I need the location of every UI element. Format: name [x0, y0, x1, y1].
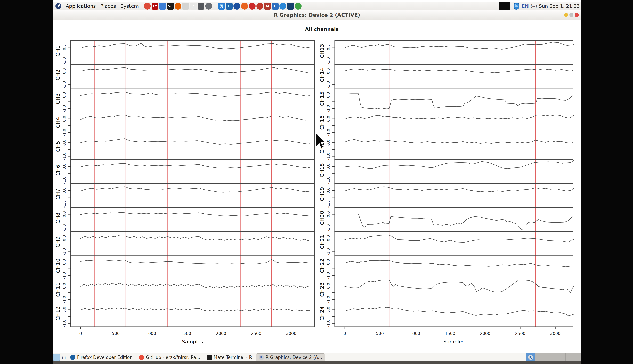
channel-panel-ch13 [335, 40, 573, 64]
pager-cell[interactable] [535, 354, 550, 361]
channel-panel-ch24 [335, 303, 573, 327]
y-tick-label: -1.0 [62, 105, 66, 112]
show-desktop-button[interactable] [53, 354, 60, 361]
signal-trace-ch21 [345, 235, 574, 242]
y-tick-label: 0.0 [326, 307, 331, 313]
channel-label-ch22: CH22 [319, 258, 325, 273]
y-tick-label: 0.0 [62, 44, 66, 50]
task-button[interactable]: RR Graphics: Device 2 (A... [256, 354, 325, 361]
signal-trace-ch24 [345, 307, 574, 316]
y-tick-label: -1.0 [326, 153, 331, 160]
channel-label-ch18: CH18 [319, 163, 325, 177]
y-tick-label: 0.0 [62, 140, 66, 146]
channel-panel-ch8 [71, 208, 314, 231]
y-tick-label: 0.0 [62, 307, 66, 313]
channel-label-ch15: CH15 [319, 92, 325, 106]
y-tick-label: -1.0 [62, 296, 66, 303]
channel-panel-ch17 [335, 136, 573, 160]
task-button[interactable]: Firefox Developer Edition [68, 354, 135, 361]
signal-trace-ch2 [81, 68, 309, 73]
pager-cells [535, 354, 581, 361]
y-tick-label: 0.0 [326, 68, 331, 74]
channel-label-ch3: CH3 [55, 93, 61, 104]
channel-panel-ch1 [71, 40, 314, 64]
signal-trace-ch9 [81, 236, 309, 240]
screen-bottom-edge [53, 362, 581, 364]
r-graphics-canvas: All channels0.0-1.0CH10.0-1.0CH20.0-1.0C… [53, 0, 581, 364]
signal-trace-ch1 [81, 43, 309, 49]
r-task-icon: R [259, 355, 264, 360]
channel-label-ch24: CH24 [319, 306, 325, 320]
y-tick-label: 0.0 [326, 92, 331, 98]
task-label: GitHub - erzk/fnirsr: Pa... [146, 355, 200, 360]
x-tick-label: 500 [112, 331, 120, 336]
y-tick-label: -1.0 [62, 129, 66, 136]
y-tick-label: 0.0 [326, 259, 331, 265]
channel-panel-ch3 [71, 88, 314, 112]
channel-label-ch4: CH4 [55, 117, 61, 128]
desktop-root: { "menubar": { "menus": [ {"label": "App… [0, 0, 633, 364]
y-tick-label: 0.0 [62, 259, 66, 265]
y-tick-label: -1.0 [326, 129, 331, 136]
y-tick-label: 0.0 [62, 92, 66, 98]
pager-active-window-button[interactable]: R [526, 353, 535, 362]
channel-label-ch7: CH7 [55, 189, 61, 200]
signal-trace-ch23 [345, 280, 574, 292]
x-tick-label: 2000 [480, 331, 490, 336]
channel-label-ch16: CH16 [319, 116, 325, 130]
y-tick-label: -1.0 [326, 200, 331, 208]
y-tick-label: -1.0 [62, 176, 66, 184]
signal-trace-ch6 [81, 164, 309, 168]
pager-cell[interactable] [550, 354, 566, 361]
signal-trace-ch10 [81, 260, 309, 264]
channel-panel-ch20 [335, 208, 573, 231]
taskbar: ⋮⋮ Firefox Developer EditionGitHub - erz… [53, 353, 581, 362]
y-tick-label: 0.0 [326, 283, 331, 289]
channel-label-ch13: CH13 [319, 44, 325, 58]
x-tick-label: 1500 [181, 331, 191, 336]
signal-trace-ch12 [81, 308, 309, 311]
channel-label-ch2: CH2 [55, 69, 61, 80]
y-tick-label: 0.0 [62, 211, 66, 217]
y-tick-label: -1.0 [62, 272, 66, 279]
y-tick-label: 0.0 [62, 164, 66, 170]
signal-trace-ch5 [81, 138, 309, 144]
y-tick-label: -1.0 [326, 105, 331, 112]
x-axis-label: Samples [443, 339, 465, 344]
channel-label-ch23: CH23 [319, 282, 325, 297]
y-tick-label: 0.0 [62, 235, 66, 241]
signal-trace-ch15 [345, 94, 574, 109]
channel-panel-ch18 [335, 160, 573, 184]
channel-label-ch11: CH11 [55, 282, 61, 297]
channel-panel-ch7 [71, 184, 314, 208]
taskbar-drag-handle-icon[interactable]: ⋮⋮ [61, 356, 66, 358]
signal-trace-ch14 [345, 69, 574, 73]
x-tick-label: 1000 [410, 331, 420, 336]
task-button[interactable]: ▮Mate Terminal - R [204, 354, 255, 361]
x-tick-label: 2500 [251, 331, 261, 336]
y-tick-label: -1.0 [326, 272, 331, 279]
y-tick-label: -1.0 [326, 81, 331, 88]
channel-label-ch1: CH1 [55, 46, 61, 56]
workspace-pager: R [526, 353, 581, 362]
y-tick-label: -1.0 [326, 296, 331, 303]
channel-label-ch10: CH10 [55, 258, 61, 273]
y-tick-label: 0.0 [62, 187, 66, 193]
signal-trace-ch22 [345, 260, 574, 267]
y-tick-label: 0.0 [326, 187, 331, 193]
task-button[interactable]: GitHub - erzk/fnirsr: Pa... [136, 354, 203, 361]
channel-panel-ch11 [71, 279, 314, 303]
y-tick-label: 0.0 [62, 68, 66, 74]
x-tick-label: 1500 [445, 331, 455, 336]
signal-trace-ch8 [81, 212, 309, 216]
signal-trace-ch13 [345, 42, 574, 50]
chrome-task-icon [139, 355, 144, 360]
channel-label-ch12: CH12 [55, 306, 61, 320]
pager-cell[interactable] [566, 354, 581, 361]
x-tick-label: 0 [343, 331, 346, 336]
channel-panel-ch23 [335, 279, 573, 303]
channel-panel-ch14 [335, 64, 573, 88]
task-label: Firefox Developer Edition [77, 355, 133, 360]
channel-panel-ch16 [335, 112, 573, 136]
r-window-icon: R [528, 355, 533, 360]
